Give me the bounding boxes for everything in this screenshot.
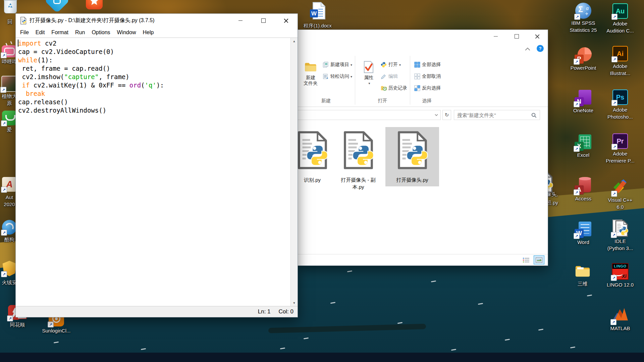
desktop-icon-adobe-audition[interactable]: AuAdobe Audition C... [596, 3, 644, 34]
shortcut-arrow-icon [1, 120, 7, 126]
menu-file[interactable]: File [17, 28, 32, 37]
window-title: 打开摄像头.py - D:\新建文件夹\打开摄像头.py (3.7.5) [30, 17, 154, 24]
menu-run[interactable]: Run [72, 28, 88, 37]
search-input[interactable] [454, 112, 531, 118]
python-file-icon [20, 17, 26, 24]
column-indicator: Col: 0 [279, 308, 293, 315]
shortcut-arrow-icon [611, 232, 617, 238]
menu-edit[interactable]: Edit [32, 28, 48, 37]
desktop-icon-adobe-photoshop[interactable]: PsAdobe Photosho... [596, 89, 644, 120]
spss-icon: Σα÷ [575, 3, 591, 19]
recycle-bin-label: 回 [8, 18, 13, 25]
menu-window[interactable]: Window [114, 28, 140, 37]
adobe-illustrator-icon: Ai [612, 46, 628, 61]
idle-titlebar[interactable]: 打开摄像头.py - D:\新建文件夹\打开摄像头.py (3.7.5) [16, 14, 298, 27]
adobe-photoshop-label: Adobe Photosho... [607, 106, 633, 120]
help-icon[interactable] [537, 45, 544, 52]
new-folder-button[interactable]: 新建 文件夹 [300, 54, 321, 97]
ribbon-group-select: 全部选择 全部取消 反向选择 选择 [413, 54, 441, 107]
matlab-label: MATLAB [610, 325, 630, 332]
explorer-file-area[interactable]: 识别.py打开摄像头 - 副 本.py打开摄像头.py [297, 123, 548, 254]
desktop-icon-adobe-premiere[interactable]: PrAdobe Premiere P... [596, 133, 644, 164]
code-editor[interactable]: import cv2cap = cv2.VideoCapture(0)while… [16, 38, 291, 306]
code-line: cap = cv2.VideoCapture(0) [18, 48, 291, 56]
green-app-icon [2, 111, 17, 125]
folder-3d-icon [575, 264, 591, 278]
kugou-icon [2, 220, 17, 235]
line-indicator: Ln: 1 [258, 308, 271, 315]
access-icon: A [575, 178, 592, 194]
new-item-button[interactable]: 新建项目 [323, 61, 352, 68]
dropdown-arrow-icon [351, 75, 352, 78]
dropdown-arrow-icon [399, 63, 401, 67]
select-none-button[interactable]: 全部取消 [414, 73, 441, 80]
address-dropdown-icon[interactable] [432, 114, 440, 116]
explorer-ribbon-tabrow [297, 43, 548, 54]
scrollbar[interactable]: ▲ ▼ [290, 38, 298, 306]
explorer-titlebar[interactable] [297, 30, 548, 43]
onenote-icon: N [575, 89, 592, 106]
word-doc-icon: W [309, 1, 326, 21]
details-view-icon[interactable] [522, 257, 530, 263]
easy-access-button[interactable]: 轻松访问 [323, 73, 352, 80]
recycle-bin-icon [3, 0, 17, 13]
huorong-label: 火绒安 [2, 279, 17, 286]
search-icon[interactable] [531, 112, 537, 118]
invert-selection-button[interactable]: 反向选择 [414, 85, 441, 92]
shortcut-arrow-icon [574, 146, 580, 152]
close-button[interactable] [275, 14, 298, 27]
blue-diamond-app-icon [48, 0, 66, 9]
minimize-button[interactable] [485, 30, 506, 43]
maximize-button[interactable] [252, 14, 275, 27]
address-bar[interactable] [297, 110, 441, 120]
partial-python-file-label: 像头, 照.py [546, 190, 570, 207]
thumbnail-view-icon[interactable] [534, 255, 544, 264]
maximize-button[interactable] [506, 30, 527, 43]
word-label: Word [577, 239, 589, 246]
scroll-up-icon[interactable]: ▲ [291, 38, 298, 45]
file-name: 打开摄像头.py [387, 176, 437, 183]
adobe-premiere-label: Adobe Premiere P... [606, 150, 635, 164]
open-button[interactable]: 打开 [381, 61, 407, 68]
file-item[interactable] [296, 131, 331, 170]
file-item[interactable] [342, 131, 377, 170]
history-button[interactable]: 历史记录 [381, 85, 407, 92]
excel-icon: X [575, 134, 592, 151]
desktop-icon-orange-media-app[interactable] [84, 0, 104, 9]
menu-help[interactable]: Help [139, 28, 157, 37]
shortcut-arrow-icon [611, 191, 617, 197]
close-button[interactable] [527, 30, 548, 43]
code-line: ret, frame = cap.read() [18, 64, 291, 73]
desktop-icon-lingo[interactable]: LINGOXiLINGO 12.0 [596, 263, 644, 288]
desktop-icon-blue-diamond-app[interactable] [47, 0, 67, 9]
spss-label: IBM SPSS Statistics 25 [570, 19, 597, 34]
adobe-audition-label: Adobe Audition C... [606, 20, 634, 34]
powerpoint-icon: P [575, 47, 592, 64]
desktop-icon-matlab[interactable]: MATLAB [596, 307, 644, 332]
autocad-label: Aut 2020 [4, 194, 15, 208]
desktop-icon-idle-python[interactable]: IDLE (Python 3... [596, 220, 644, 252]
desktop-icon-visual-cpp[interactable]: Visual C++ 6.0 [596, 178, 644, 210]
desktop-icon-word-doc[interactable]: W程序(1).docx [296, 1, 340, 29]
refresh-button[interactable] [442, 110, 451, 120]
collapse-ribbon-icon[interactable] [525, 46, 530, 50]
scroll-down-icon[interactable]: ▼ [291, 300, 298, 306]
edit-button[interactable]: 编辑 [381, 73, 407, 80]
desktop-icon-adobe-illustrator[interactable]: AiAdobe Illustrat... [596, 46, 644, 77]
shortcut-arrow-icon [574, 59, 580, 65]
visual-cpp-label: Visual C++ 6.0 [608, 196, 632, 210]
select-all-button[interactable]: 全部选择 [414, 61, 441, 68]
file-item[interactable] [396, 131, 431, 170]
explorer-address-row [297, 107, 548, 123]
shortcut-arrow-icon [1, 271, 7, 277]
new-item-icon [323, 62, 329, 68]
shortcut-arrow-icon [611, 275, 617, 281]
menu-options[interactable]: Options [88, 28, 113, 37]
properties-button[interactable]: 属性 [358, 54, 379, 97]
edit-icon [381, 73, 387, 79]
menu-format[interactable]: Format [48, 28, 72, 37]
code-line: if cv2.waitKey(1) & 0xFF == ord('q'): [18, 81, 291, 89]
svg-text:W: W [311, 10, 317, 17]
minimize-button[interactable] [229, 14, 252, 27]
autocad-icon: A [2, 177, 17, 192]
